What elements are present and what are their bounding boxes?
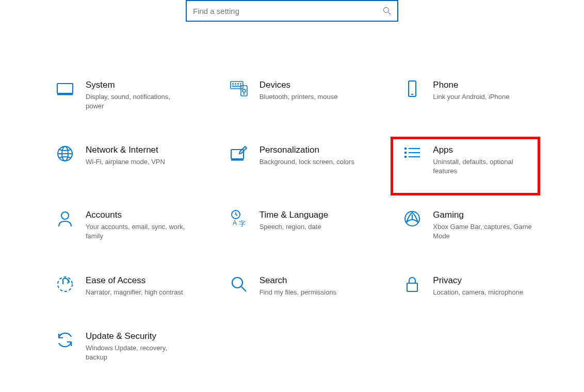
tile-text: Accounts Your accounts, email, sync, wor… (86, 208, 202, 240)
tile-title: Time & Language (259, 209, 376, 221)
tile-title: Accounts (86, 209, 202, 221)
tile-phone[interactable]: Phone Link your Android, iPhone (399, 76, 552, 112)
tile-system[interactable]: System Display, sound, notifications, po… (52, 76, 205, 112)
svg-rect-25 (404, 152, 407, 154)
tile-desc: Bluetooth, printers, mouse (259, 92, 363, 102)
tile-title: Privacy (433, 275, 549, 286)
tile-text: Ease of Access Narrator, magnifier, high… (86, 274, 202, 297)
ease-of-access-icon (55, 274, 75, 295)
svg-point-38 (58, 277, 72, 291)
tile-title: Ease of Access (86, 275, 202, 286)
tile-text: Personalization Background, lock screen,… (259, 143, 376, 167)
tile-title: Network & Internet (86, 144, 202, 156)
tile-text: Gaming Xbox Game Bar, captures, Game Mod… (433, 208, 549, 240)
time-language-icon: A 字 (229, 208, 249, 229)
tile-desc: Wi-Fi, airplane mode, VPN (86, 157, 189, 167)
system-icon (55, 78, 75, 99)
tile-network[interactable]: Network & Internet Wi-Fi, airplane mode,… (52, 141, 205, 177)
tile-personalization[interactable]: Personalization Background, lock screen,… (225, 141, 379, 177)
tile-title: Update & Security (86, 331, 202, 342)
tile-title: Apps (433, 144, 549, 156)
accounts-icon (55, 208, 75, 229)
tile-desc: Speech, region, date (259, 222, 363, 232)
search-icon (383, 7, 391, 15)
search-input[interactable] (193, 7, 383, 15)
tile-desc: Link your Android, iPhone (433, 92, 536, 102)
svg-rect-24 (404, 148, 407, 150)
tile-title: System (86, 79, 202, 91)
tile-title: Gaming (433, 209, 549, 221)
globe-icon (55, 143, 75, 164)
svg-rect-26 (404, 156, 407, 158)
tile-gaming[interactable]: Gaming Xbox Game Bar, captures, Game Mod… (399, 206, 552, 242)
personalization-icon (229, 143, 249, 164)
svg-text:A: A (233, 219, 237, 226)
tile-text: System Display, sound, notifications, po… (86, 78, 202, 110)
gaming-icon (402, 208, 423, 229)
svg-point-0 (384, 8, 389, 13)
tile-desc: Background, lock screen, colors (259, 157, 363, 167)
tile-desc: Display, sound, notifications, power (86, 92, 189, 110)
tile-text: Devices Bluetooth, printers, mouse (259, 78, 376, 102)
svg-point-16 (244, 93, 245, 94)
svg-rect-2 (57, 84, 73, 93)
privacy-icon (402, 274, 423, 295)
svg-point-30 (61, 212, 69, 219)
search-container (186, 0, 398, 22)
tile-ease-of-access[interactable]: Ease of Access Narrator, magnifier, high… (52, 272, 205, 299)
phone-icon (402, 78, 423, 99)
tile-title: Personalization (259, 144, 376, 156)
settings-grid: System Display, sound, notifications, po… (52, 76, 552, 364)
tile-desc: Location, camera, microphone (433, 288, 536, 297)
search-box[interactable] (186, 0, 398, 22)
tile-text: Update & Security Windows Update, recove… (86, 330, 202, 362)
svg-point-39 (232, 277, 242, 288)
devices-icon (229, 78, 249, 99)
tile-desc: Narrator, magnifier, high contrast (86, 288, 189, 297)
tile-desc: Find my files, permissions (259, 288, 363, 297)
svg-line-33 (236, 215, 237, 216)
svg-rect-22 (231, 150, 244, 159)
svg-line-1 (388, 12, 391, 15)
search-category-icon (229, 274, 249, 295)
tile-desc: Uninstall, defaults, optional features (433, 157, 536, 175)
svg-point-15 (242, 89, 246, 92)
tile-desc: Windows Update, recovery, backup (86, 344, 189, 362)
tile-title: Devices (259, 79, 376, 91)
tile-text: Apps Uninstall, defaults, optional featu… (433, 143, 549, 175)
tile-desc: Xbox Game Bar, captures, Game Mode (433, 222, 536, 240)
tile-search[interactable]: Search Find my files, permissions (225, 272, 379, 299)
tile-title: Search (259, 275, 376, 286)
tile-text: Privacy Location, camera, microphone (433, 274, 549, 297)
apps-icon (402, 143, 423, 164)
tile-title: Phone (433, 79, 549, 91)
tile-devices[interactable]: Devices Bluetooth, printers, mouse (225, 76, 379, 112)
tile-apps[interactable]: Apps Uninstall, defaults, optional featu… (399, 141, 552, 177)
update-security-icon (55, 330, 75, 350)
tile-privacy[interactable]: Privacy Location, camera, microphone (399, 272, 552, 299)
svg-line-40 (241, 287, 246, 291)
tile-desc: Your accounts, email, sync, work, family (86, 222, 189, 240)
tile-accounts[interactable]: Accounts Your accounts, email, sync, wor… (52, 206, 205, 242)
tile-update-security[interactable]: Update & Security Windows Update, recove… (52, 328, 205, 364)
tile-text: Time & Language Speech, region, date (259, 208, 376, 232)
svg-rect-41 (407, 283, 417, 291)
tile-text: Phone Link your Android, iPhone (433, 78, 549, 102)
tile-text: Search Find my files, permissions (259, 274, 376, 297)
tile-text: Network & Internet Wi-Fi, airplane mode,… (86, 143, 202, 167)
svg-text:字: 字 (239, 220, 246, 227)
tile-time-language[interactable]: A 字 Time & Language Speech, region, date (225, 206, 379, 242)
